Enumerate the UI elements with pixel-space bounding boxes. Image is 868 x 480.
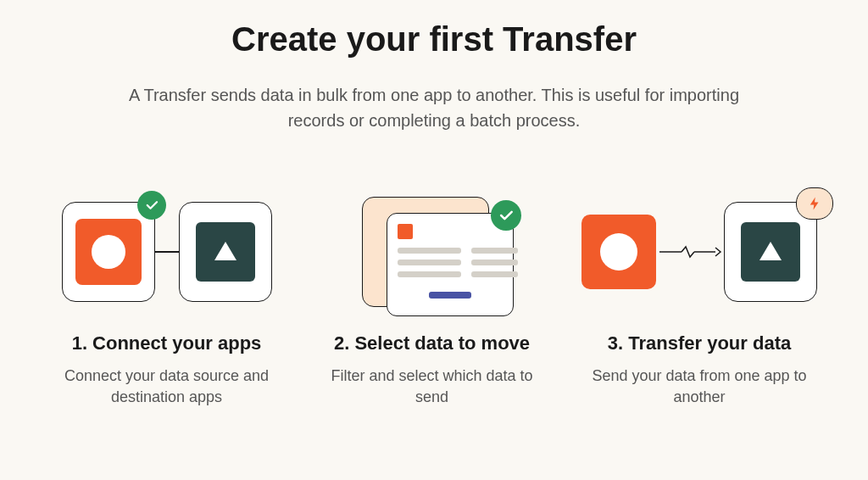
- step-3-illustration: [581, 193, 817, 311]
- page-subtitle: A Transfer sends data in bulk from one a…: [103, 82, 765, 133]
- step-1: 1. Connect your apps Connect your data s…: [51, 193, 282, 408]
- check-icon: [491, 200, 521, 231]
- step-2-illustration: [376, 193, 489, 311]
- destination-app-icon: [196, 222, 255, 282]
- step-3-title: 3. Transfer your data: [608, 332, 791, 355]
- destination-app-box: [179, 202, 272, 302]
- step-1-title: 1. Connect your apps: [72, 332, 262, 355]
- source-app-box: [62, 202, 155, 302]
- step-2-description: Filter and select which data to send: [316, 366, 548, 408]
- bolt-icon: [796, 187, 833, 220]
- step-1-illustration: [62, 193, 272, 311]
- source-app-icon: [75, 219, 142, 285]
- arrow-icon: [656, 243, 724, 260]
- destination-app-box: [724, 202, 817, 302]
- check-icon: [137, 191, 166, 220]
- step-2-title: 2. Select data to move: [334, 332, 530, 355]
- destination-app-icon: [741, 222, 800, 282]
- connector-line: [154, 251, 180, 253]
- step-1-description: Connect your data source and destination…: [51, 366, 282, 408]
- document-highlight: [429, 292, 471, 299]
- source-app-icon: [581, 215, 656, 289]
- document-back: [362, 197, 489, 307]
- document-front: [387, 213, 514, 316]
- step-3: 3. Transfer your data Send your data fro…: [581, 193, 817, 408]
- step-2: 2. Select data to move Filter and select…: [316, 193, 548, 408]
- step-3-description: Send your data from one app to another: [581, 366, 817, 408]
- steps-container: 1. Connect your apps Connect your data s…: [0, 193, 868, 408]
- document-app-icon: [398, 224, 413, 239]
- page-title: Create your first Transfer: [0, 20, 868, 59]
